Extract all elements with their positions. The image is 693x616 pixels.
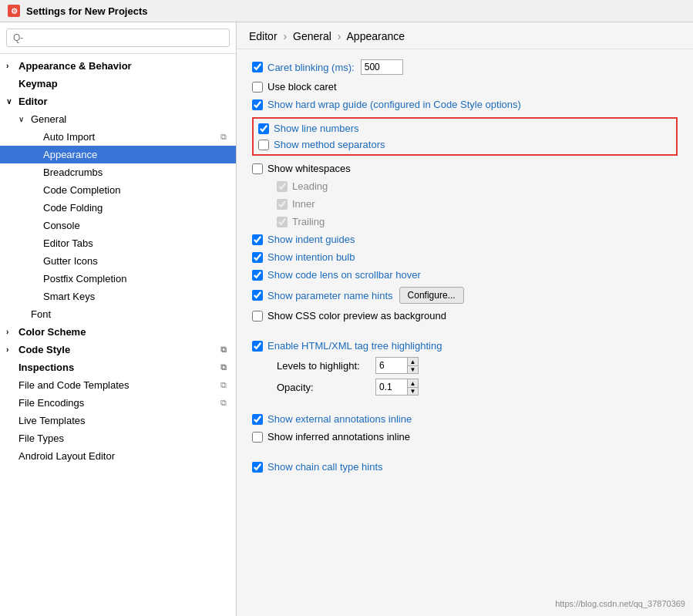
caret-blinking-checkbox[interactable] xyxy=(252,62,263,72)
opacity-input[interactable] xyxy=(376,380,407,394)
breadcrumb-editor: Editor xyxy=(249,30,278,42)
sidebar-item-code-completion[interactable]: Code Completion xyxy=(0,181,236,199)
show-indent-guides-checkbox[interactable] xyxy=(252,234,263,245)
sidebar-item-postfix-completion[interactable]: Postfix Completion xyxy=(0,270,236,288)
css-color-preview-label[interactable]: Show CSS color preview as background xyxy=(252,310,446,321)
sidebar-item-label: Inspections xyxy=(19,362,74,373)
use-block-caret-label[interactable]: Use block caret xyxy=(252,81,337,93)
show-hard-wrap-checkbox[interactable] xyxy=(252,99,263,110)
show-external-annotations-checkbox[interactable] xyxy=(252,414,263,425)
show-inferred-annotations-label[interactable]: Show inferred annotations inline xyxy=(252,431,410,443)
spacer2 xyxy=(252,400,678,408)
sidebar-item-live-templates[interactable]: Live Templates xyxy=(0,412,236,429)
sidebar-item-editor-tabs[interactable]: Editor Tabs xyxy=(0,234,236,252)
sidebar-item-file-code-templates[interactable]: File and Code Templates ⧉ xyxy=(0,376,236,394)
caret-blinking-label[interactable]: Caret blinking (ms): xyxy=(252,62,355,73)
breadcrumb-sep: › xyxy=(283,30,287,42)
show-param-hints-checkbox[interactable] xyxy=(252,290,263,301)
opacity-increment-btn[interactable]: ▲ xyxy=(407,379,418,387)
leading-label[interactable]: Leading xyxy=(277,180,328,192)
levels-decrement-btn[interactable]: ▼ xyxy=(407,365,418,373)
show-param-hints-label[interactable]: Show parameter name hints xyxy=(252,290,393,301)
show-intention-bulb-checkbox[interactable] xyxy=(252,252,263,263)
sidebar-item-auto-import[interactable]: Auto Import ⧉ xyxy=(0,128,236,146)
css-color-preview-checkbox[interactable] xyxy=(252,311,263,321)
sidebar-item-code-style[interactable]: › Code Style ⧉ xyxy=(0,341,236,358)
search-input[interactable] xyxy=(6,29,230,47)
sidebar-item-keymap[interactable]: Keymap xyxy=(0,75,236,93)
setting-show-line-numbers: Show line numbers xyxy=(258,122,671,135)
show-line-numbers-checkbox[interactable] xyxy=(258,123,269,134)
use-block-caret-checkbox[interactable] xyxy=(252,82,263,93)
sidebar-item-label: Editor Tabs xyxy=(43,237,93,249)
inner-checkbox[interactable] xyxy=(277,199,288,210)
show-method-separators-label[interactable]: Show method separators xyxy=(258,139,385,150)
css-color-preview-text: Show CSS color preview as background xyxy=(267,310,446,321)
inner-label[interactable]: Inner xyxy=(277,198,315,210)
sidebar-item-label: Font xyxy=(31,308,51,320)
trailing-checkbox[interactable] xyxy=(277,217,288,227)
setting-trailing: Trailing xyxy=(252,215,678,228)
sidebar-item-font[interactable]: Font xyxy=(0,305,236,323)
enable-html-xml-label[interactable]: Enable HTML/XML tag tree highlighting xyxy=(252,340,442,352)
breadcrumb-appearance: Appearance xyxy=(347,30,405,42)
show-chain-call-hints-text: Show chain call type hints xyxy=(267,461,383,473)
show-whitespaces-checkbox[interactable] xyxy=(252,163,263,174)
sidebar-item-label: Editor xyxy=(19,96,48,107)
sidebar-item-color-scheme[interactable]: › Color Scheme xyxy=(0,323,236,341)
show-method-separators-checkbox[interactable] xyxy=(258,140,269,150)
app-icon: ⚙ xyxy=(8,5,20,17)
show-inferred-annotations-checkbox[interactable] xyxy=(252,432,263,443)
setting-show-indent-guides: Show indent guides xyxy=(252,233,678,246)
breadcrumb-sep2: › xyxy=(338,30,341,42)
main-layout: › Appearance & Behavior Keymap ∨ Editor … xyxy=(0,22,693,616)
sidebar-item-label: Code Folding xyxy=(43,202,103,214)
show-code-lens-label[interactable]: Show code lens on scrollbar hover xyxy=(252,269,421,281)
inner-text: Inner xyxy=(292,198,315,210)
highlight-box: Show line numbers Show method separators xyxy=(252,117,678,156)
show-line-numbers-text: Show line numbers xyxy=(274,123,359,134)
sidebar-item-android-layout-editor[interactable]: Android Layout Editor xyxy=(0,447,236,465)
chevron-icon: ∨ xyxy=(19,115,28,123)
opacity-decrement-btn[interactable]: ▼ xyxy=(407,387,418,395)
sidebar-item-code-folding[interactable]: Code Folding xyxy=(0,199,236,217)
levels-input[interactable] xyxy=(376,358,407,372)
sidebar-item-appearance-behavior[interactable]: › Appearance & Behavior xyxy=(0,57,236,75)
sidebar-item-console[interactable]: Console xyxy=(0,217,236,234)
setting-show-code-lens: Show code lens on scrollbar hover xyxy=(252,268,678,281)
show-external-annotations-label[interactable]: Show external annotations inline xyxy=(252,413,412,425)
sidebar-item-label: File Types xyxy=(19,433,64,444)
show-indent-guides-label[interactable]: Show indent guides xyxy=(252,234,355,245)
show-code-lens-checkbox[interactable] xyxy=(252,270,263,281)
levels-increment-btn[interactable]: ▲ xyxy=(407,358,418,365)
setting-leading: Leading xyxy=(252,180,678,193)
sidebar-item-inspections[interactable]: Inspections ⧉ xyxy=(0,358,236,376)
enable-html-xml-checkbox[interactable] xyxy=(252,341,263,352)
leading-checkbox[interactable] xyxy=(277,181,288,192)
show-line-numbers-label[interactable]: Show line numbers xyxy=(258,123,359,134)
caret-blinking-input[interactable] xyxy=(361,59,403,75)
show-external-annotations-text: Show external annotations inline xyxy=(267,413,412,425)
setting-show-hard-wrap: Show hard wrap guide (configured in Code… xyxy=(252,98,678,111)
show-intention-bulb-label[interactable]: Show intention bulb xyxy=(252,251,355,263)
show-hard-wrap-label[interactable]: Show hard wrap guide (configured in Code… xyxy=(252,99,521,110)
opacity-label: Opacity: xyxy=(277,382,369,393)
setting-show-external-annotations: Show external annotations inline xyxy=(252,412,678,426)
sidebar-item-general[interactable]: ∨ General xyxy=(0,110,236,128)
trailing-label[interactable]: Trailing xyxy=(277,216,325,227)
opacity-row: Opacity: ▲ ▼ xyxy=(252,379,678,396)
sidebar-item-gutter-icons[interactable]: Gutter Icons xyxy=(0,252,236,270)
sidebar-item-appearance[interactable]: Appearance xyxy=(0,146,236,163)
show-chain-call-hints-checkbox[interactable] xyxy=(252,462,263,473)
show-chain-call-hints-label[interactable]: Show chain call type hints xyxy=(252,461,383,473)
spacer1 xyxy=(252,327,678,335)
configure-button[interactable]: Configure... xyxy=(399,287,464,304)
levels-spinner: ▲ ▼ xyxy=(375,357,419,374)
sidebar-item-file-types[interactable]: File Types xyxy=(0,429,236,447)
sidebar-item-smart-keys[interactable]: Smart Keys xyxy=(0,288,236,305)
show-whitespaces-label[interactable]: Show whitespaces xyxy=(252,163,351,174)
sidebar-item-file-encodings[interactable]: File Encodings ⧉ xyxy=(0,394,236,412)
setting-show-chain-call-hints: Show chain call type hints xyxy=(252,460,678,473)
sidebar-item-breadcrumbs[interactable]: Breadcrumbs xyxy=(0,163,236,181)
sidebar-item-editor[interactable]: ∨ Editor xyxy=(0,93,236,110)
